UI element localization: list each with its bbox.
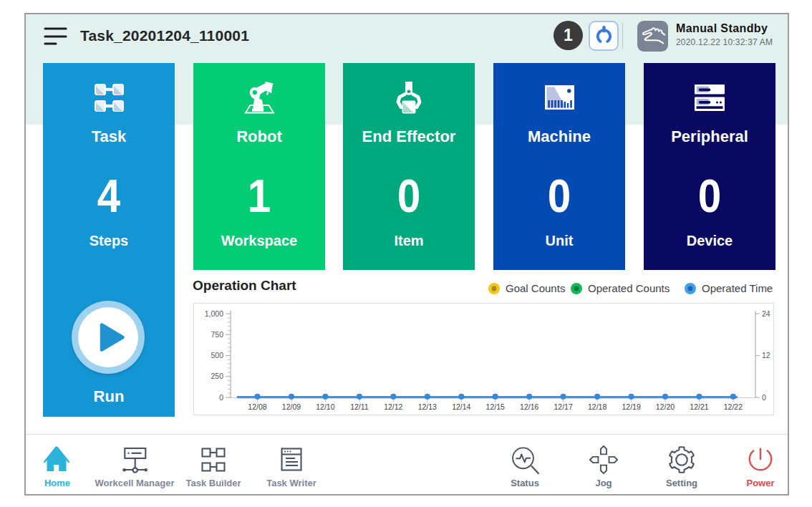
svg-text:12/18: 12/18 xyxy=(588,402,606,411)
svg-text:12/19: 12/19 xyxy=(622,402,640,411)
svg-text:750: 750 xyxy=(211,330,223,339)
svg-text:12/17: 12/17 xyxy=(554,402,572,411)
svg-text:0: 0 xyxy=(219,393,223,402)
svg-text:500: 500 xyxy=(211,351,223,359)
svg-text:12/20: 12/20 xyxy=(656,402,675,411)
svg-text:12/08: 12/08 xyxy=(248,402,266,411)
svg-text:12/14: 12/14 xyxy=(452,402,470,411)
svg-text:12/22: 12/22 xyxy=(724,402,743,411)
svg-text:0: 0 xyxy=(762,393,766,402)
svg-text:12/11: 12/11 xyxy=(350,402,369,411)
svg-text:12/16: 12/16 xyxy=(520,402,538,411)
svg-text:1,000: 1,000 xyxy=(205,309,223,318)
svg-text:12/10: 12/10 xyxy=(316,402,334,411)
svg-text:12: 12 xyxy=(762,351,770,359)
svg-text:12/12: 12/12 xyxy=(384,402,402,411)
svg-text:24: 24 xyxy=(762,309,770,318)
svg-text:12/21: 12/21 xyxy=(690,402,708,411)
svg-text:12/13: 12/13 xyxy=(418,402,437,411)
svg-text:12/15: 12/15 xyxy=(486,402,505,411)
svg-text:12/09: 12/09 xyxy=(282,402,301,411)
svg-text:250: 250 xyxy=(211,372,223,380)
